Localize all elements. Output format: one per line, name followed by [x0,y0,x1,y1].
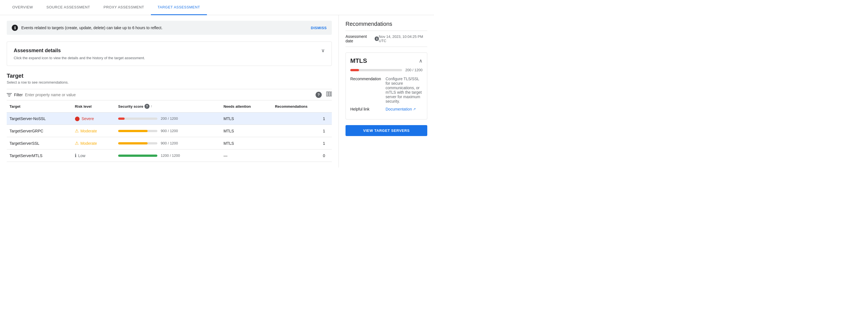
info-icon: ℹ [12,25,18,31]
tab-overview[interactable]: OVERVIEW [6,0,40,15]
score-bar-fill [118,142,148,144]
helpful-link-label: Helpful link [350,107,381,111]
cell-security-score: 900 / 1200 [115,125,221,137]
table-row[interactable]: TargetServer-NoSSL ⬤ Severe 200 / 1200 M… [7,112,332,125]
cell-target-name: TargetServerMTLS [7,149,72,162]
tab-proxy-assessment[interactable]: PROXY ASSESSMENT [97,0,151,15]
cell-recommendations: 0 [272,149,332,162]
left-content: ℹ Events related to targets (create, upd… [0,15,339,167]
dismiss-button[interactable]: DISMISS [311,26,327,30]
cell-recommendations: 1 [272,125,332,137]
view-target-servers-button[interactable]: VIEW TARGET SERVERS [345,125,427,136]
assessment-details-title: Assessment details [14,48,61,54]
recommendation-value: Configure TLS/SSL for secure communicati… [385,77,423,104]
assessment-date-value: Nov 14, 2023, 10:04:25 PM UTC [379,34,427,43]
tab-source-assessment[interactable]: SOURCE ASSESSMENT [40,0,97,15]
documentation-link[interactable]: Documentation ↗ [385,107,416,111]
assessment-date-info-icon[interactable]: ℹ [375,36,379,41]
score-help-icon[interactable]: ? [145,104,150,109]
col-risk-level: Risk level [72,101,115,112]
cell-security-score: 900 / 1200 [115,137,221,149]
tab-target-assessment[interactable]: TARGET ASSESSMENT [151,0,207,15]
mtls-card: MTLS ∧ 200 / 1200 Recommendation Configu… [345,52,427,119]
mtls-score-fill [350,69,359,71]
score-bar-fill [118,155,157,157]
recommendation-label: Recommendation [350,77,381,104]
info-banner: ℹ Events related to targets (create, upd… [7,21,332,35]
score-bar [118,117,157,120]
svg-rect-3 [327,92,328,96]
help-icon[interactable]: ? [316,92,322,98]
right-panel: Recommendations Assessment date ℹ Nov 14… [339,15,434,167]
banner-text: Events related to targets (create, updat… [21,26,307,30]
chevron-down-icon[interactable]: ∨ [321,47,325,54]
cell-recommendations: 1 [272,112,332,125]
table-header: Target Risk level Security score ? ↑ [7,101,332,112]
mtls-score-row: 200 / 1200 [350,68,423,72]
cell-recommendations: 1 [272,137,332,149]
table-row[interactable]: TargetServerSSL ⚠ Moderate 900 / 1200 MT… [7,137,332,149]
svg-rect-4 [329,92,330,96]
assessment-date-label: Assessment date ℹ [345,34,379,43]
columns-icon[interactable] [326,91,332,98]
filter-bar: Filter ? [7,89,332,101]
score-text: 1200 / 1200 [161,154,180,158]
recommendation-detail-row: Recommendation Configure TLS/SSL for sec… [350,77,423,104]
cell-needs-attention: MTLS [221,137,272,149]
assessment-date-row: Assessment date ℹ Nov 14, 2023, 10:04:25… [345,34,427,47]
mtls-card-header: MTLS ∧ [350,57,423,64]
target-section-subtitle: Select a row to see recommendations. [7,80,332,84]
assessment-details-card: Assessment details ∨ Click the expand ic… [7,42,332,66]
mtls-chevron-up-icon[interactable]: ∧ [419,58,423,64]
target-section-title: Target [7,73,332,79]
score-bar-fill [118,117,125,120]
score-text: 900 / 1200 [161,141,178,145]
mtls-title: MTLS [350,57,367,64]
score-text: 900 / 1200 [161,129,178,133]
cell-target-name: TargetServerSSL [7,137,72,149]
assessment-details-header: Assessment details ∨ [14,47,325,54]
table-row[interactable]: TargetServerGRPC ⚠ Moderate 900 / 1200 M… [7,125,332,137]
score-text: 200 / 1200 [161,116,178,120]
cell-risk-level: ⚠ Moderate [72,125,115,137]
score-bar [118,130,157,132]
cell-risk-level: ℹ Low [72,149,115,162]
score-bar [118,155,157,157]
filter-label: Filter [14,92,23,97]
col-target: Target [7,101,72,112]
cell-target-name: TargetServerGRPC [7,125,72,137]
cell-target-name: TargetServer-NoSSL [7,112,72,125]
target-section: Target Select a row to see recommendatio… [7,73,332,162]
filter-icon [7,92,12,97]
cell-risk-level: ⬤ Severe [72,112,115,125]
table-body: TargetServer-NoSSL ⬤ Severe 200 / 1200 M… [7,112,332,162]
helpful-link-row: Helpful link Documentation ↗ [350,107,423,111]
external-link-icon: ↗ [413,107,416,111]
mtls-score-bar [350,69,402,71]
top-navigation: OVERVIEW SOURCE ASSESSMENT PROXY ASSESSM… [0,0,434,15]
col-security-score: Security score ? ↑ [115,101,221,112]
svg-rect-5 [331,92,332,96]
score-bar-fill [118,130,148,132]
cell-needs-attention: — [221,149,272,162]
mtls-score-text: 200 / 1200 [405,68,423,72]
score-bar [118,142,157,144]
sort-up-icon[interactable]: ↑ [151,104,152,108]
cell-needs-attention: MTLS [221,125,272,137]
cell-risk-level: ⚠ Moderate [72,137,115,149]
table-row[interactable]: TargetServerMTLS ℹ Low 1200 / 1200 — 0 [7,149,332,162]
col-needs-attention: Needs attention [221,101,272,112]
recommendations-panel-title: Recommendations [345,21,427,31]
main-layout: ℹ Events related to targets (create, upd… [0,15,434,167]
col-recommendations: Recommendations [272,101,332,112]
cell-needs-attention: MTLS [221,112,272,125]
target-table: Target Risk level Security score ? ↑ [7,101,332,162]
filter-input[interactable] [25,92,313,97]
filter-actions: ? [316,91,332,98]
assessment-details-subtitle: Click the expand icon to view the detail… [14,56,325,60]
cell-security-score: 1200 / 1200 [115,149,221,162]
cell-security-score: 200 / 1200 [115,112,221,125]
